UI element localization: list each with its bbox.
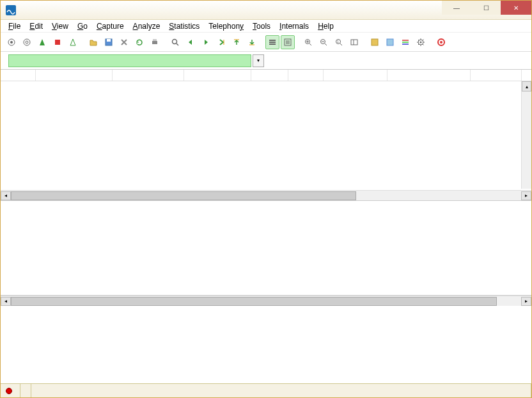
autoscroll-icon[interactable] — [281, 35, 295, 49]
display-filter-icon[interactable] — [383, 35, 397, 49]
menu-telephony[interactable]: Telephony — [205, 20, 247, 32]
menu-view[interactable]: View — [48, 20, 72, 32]
zoom-100-icon[interactable]: 1 — [332, 35, 346, 49]
restart-icon[interactable] — [66, 35, 80, 49]
svg-point-40 — [420, 41, 422, 43]
svg-line-23 — [309, 44, 311, 45]
col-time[interactable] — [36, 70, 113, 81]
svg-rect-32 — [351, 40, 357, 45]
svg-text:1: 1 — [337, 40, 339, 44]
svg-point-3 — [24, 39, 30, 45]
find-icon[interactable] — [168, 35, 182, 49]
svg-point-4 — [26, 41, 28, 44]
menu-statistics[interactable]: Statistics — [165, 20, 203, 32]
svg-rect-37 — [402, 42, 409, 43]
packet-bytes[interactable] — [1, 306, 531, 383]
toolbar: 1 — [1, 33, 531, 52]
prefs-icon[interactable] — [414, 35, 428, 49]
scroll-thumb[interactable] — [11, 191, 356, 200]
scroll-right-icon[interactable]: ▸ — [521, 191, 531, 200]
packet-list-header — [1, 70, 531, 81]
menu-file[interactable]: File — [4, 20, 24, 32]
svg-rect-15 — [269, 40, 276, 41]
svg-point-10 — [173, 39, 177, 44]
help-icon[interactable] — [434, 35, 448, 49]
titlebar: — ☐ ✕ — [1, 1, 531, 20]
scroll-left-icon[interactable]: ◂ — [1, 297, 11, 306]
svg-rect-36 — [402, 40, 409, 41]
details-hscroll[interactable]: ◂ ▸ — [1, 296, 531, 306]
col-length[interactable] — [288, 70, 324, 81]
col-destination[interactable] — [184, 70, 251, 81]
zoom-out-icon[interactable] — [317, 35, 331, 49]
coloring-rules-icon[interactable] — [398, 35, 412, 49]
stop-icon[interactable] — [51, 35, 65, 49]
col-protocol[interactable] — [251, 70, 288, 81]
minimize-button[interactable]: — — [442, 1, 471, 15]
print-icon[interactable] — [148, 35, 162, 49]
svg-rect-8 — [152, 41, 157, 44]
filter-dropdown[interactable]: ▾ — [253, 54, 264, 67]
col-sequence[interactable] — [387, 70, 471, 81]
filterbar: ▾ — [1, 52, 531, 70]
golast-icon[interactable] — [245, 35, 259, 49]
maximize-button[interactable]: ☐ — [471, 1, 501, 15]
interfaces-icon[interactable] — [4, 35, 19, 49]
resize-cols-icon[interactable] — [347, 35, 361, 49]
close-button[interactable]: ✕ — [501, 1, 531, 15]
reload-icon[interactable] — [132, 35, 146, 49]
svg-point-2 — [10, 41, 13, 44]
capture-filter-icon[interactable] — [368, 35, 382, 49]
open-icon[interactable] — [86, 35, 100, 49]
packet-list-body[interactable] — [1, 81, 531, 190]
options-icon[interactable] — [20, 35, 34, 49]
menu-go[interactable]: Go — [74, 20, 91, 32]
menubar: File Edit View Go Capture Analyze Statis… — [1, 20, 531, 33]
scroll-left-icon[interactable]: ◂ — [1, 191, 11, 200]
col-contact[interactable] — [471, 70, 522, 81]
forward-icon[interactable] — [199, 35, 213, 49]
scroll-thumb[interactable] — [11, 297, 497, 306]
start-icon[interactable] — [35, 35, 49, 49]
menu-tools[interactable]: Tools — [249, 20, 274, 32]
save-icon[interactable] — [102, 35, 116, 49]
packet-list: ◂ ▸ — [1, 70, 531, 201]
svg-rect-16 — [269, 42, 276, 43]
svg-rect-9 — [153, 39, 157, 41]
svg-rect-35 — [387, 39, 393, 45]
wireshark-icon — [6, 5, 16, 15]
menu-help[interactable]: Help — [314, 20, 338, 32]
col-source[interactable] — [113, 70, 184, 81]
svg-line-27 — [325, 44, 327, 45]
packet-details[interactable] — [1, 201, 531, 296]
close-file-icon[interactable] — [117, 35, 131, 49]
status-packets[interactable] — [20, 384, 31, 397]
filter-input[interactable] — [8, 54, 251, 67]
col-nonce[interactable] — [324, 70, 387, 81]
svg-rect-5 — [55, 40, 60, 45]
colorize-icon[interactable] — [265, 35, 279, 49]
svg-point-42 — [440, 41, 442, 44]
goto-icon[interactable] — [214, 35, 228, 49]
record-icon — [6, 388, 12, 394]
status-profile[interactable] — [31, 384, 531, 397]
back-icon[interactable] — [184, 35, 198, 49]
packet-list-hscroll[interactable]: ◂ ▸ — [1, 190, 531, 200]
svg-line-11 — [176, 44, 178, 45]
svg-rect-34 — [372, 39, 378, 45]
menu-capture[interactable]: Capture — [93, 20, 128, 32]
scroll-right-icon[interactable]: ▸ — [521, 297, 531, 306]
zoom-in-icon[interactable] — [301, 35, 315, 49]
svg-rect-38 — [402, 44, 409, 45]
menu-edit[interactable]: Edit — [26, 20, 47, 32]
statusbar — [1, 383, 531, 397]
packet-list-vscroll[interactable]: ▴ — [521, 81, 531, 189]
svg-rect-0 — [6, 5, 16, 15]
menu-analyze[interactable]: Analyze — [129, 20, 164, 32]
gofirst-icon[interactable] — [230, 35, 244, 49]
svg-rect-7 — [107, 39, 111, 42]
scroll-up-icon[interactable]: ▴ — [522, 81, 531, 92]
col-no[interactable] — [1, 70, 36, 81]
svg-rect-17 — [269, 44, 276, 45]
menu-internals[interactable]: Internals — [276, 20, 313, 32]
